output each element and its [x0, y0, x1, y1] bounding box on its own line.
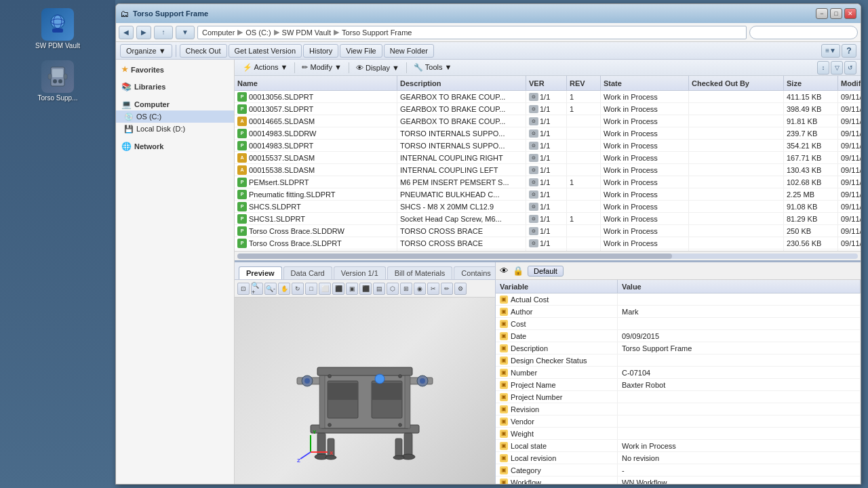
sidebar-network-header[interactable]: 🌐 Network	[116, 140, 234, 152]
minimize-button[interactable]: −	[816, 8, 828, 19]
data-row[interactable]: ▣ Weight	[496, 428, 861, 440]
search-input[interactable]	[749, 26, 858, 39]
prev-btn-10[interactable]: ▤	[373, 283, 385, 295]
display-button[interactable]: 👁 Display ▼	[352, 62, 403, 74]
sort-icon[interactable]: ↕	[817, 61, 829, 75]
data-row[interactable]: ▣ Author Mark	[496, 306, 861, 318]
prev-btn-12[interactable]: ⊞	[400, 283, 412, 295]
refresh-icon[interactable]: ↺	[844, 61, 856, 75]
prev-btn-7[interactable]: ⬛	[332, 283, 344, 295]
view-options-button[interactable]: ≡▼	[821, 44, 840, 58]
prev-btn-16[interactable]: ⚙	[454, 283, 467, 295]
sidebar-item-local-d[interactable]: 💾 Local Disk (D:)	[116, 123, 234, 135]
val-cell[interactable]	[618, 428, 861, 439]
file-row[interactable]: A 00015538.SLDASM INTERNAL COUPLING LEFT…	[235, 164, 861, 176]
data-row[interactable]: ▣ Local state Work in Process	[496, 440, 861, 452]
val-cell[interactable]: Torso Support Frame	[618, 342, 861, 354]
data-row[interactable]: ▣ Description Torso Support Frame	[496, 342, 861, 354]
data-row[interactable]: ▣ Design Checker Status	[496, 354, 861, 367]
file-row[interactable]: P SHCS1.SLDPRT Socket Head Cap Screw, M6…	[235, 213, 861, 225]
address-path[interactable]: Computer ▶ OS (C:) ▶ SW PDM Vault ▶ Tors…	[197, 26, 747, 39]
check-out-button[interactable]: Check Out	[180, 44, 227, 58]
file-row[interactable]: P Torso Cross Brace.SLDDRW TORSO CROSS B…	[235, 225, 861, 237]
tab-version[interactable]: Version 1/1	[334, 266, 386, 279]
pan-button[interactable]: ✋	[278, 283, 290, 295]
data-row[interactable]: ▣ Category -	[496, 464, 861, 476]
prev-btn-14[interactable]: ✂	[427, 283, 439, 295]
prev-btn-11[interactable]: ⬡	[387, 283, 399, 295]
val-cell[interactable]: Work in Process	[618, 440, 861, 451]
val-cell[interactable]: Mark	[618, 306, 861, 317]
file-row[interactable]: P 00014983.SLDDRW TORSO INTERNALS SUPPO.…	[235, 127, 861, 140]
data-row[interactable]: ▣ Workflow WN Workflow	[496, 476, 861, 484]
data-row[interactable]: ▣ Vendor	[496, 415, 861, 428]
data-row[interactable]: ▣ Revision	[496, 403, 861, 415]
data-row[interactable]: ▣ Cost	[496, 318, 861, 330]
col-checked-out[interactable]: Checked Out By	[689, 76, 784, 90]
prev-btn-13[interactable]: ◉	[414, 283, 426, 295]
prev-btn-8[interactable]: ▣	[346, 283, 358, 295]
val-cell[interactable]: 09/09/2015	[618, 330, 861, 342]
data-row[interactable]: ▣ Local revision No revision	[496, 452, 861, 464]
view-file-button[interactable]: View File	[340, 44, 382, 58]
prev-btn-6[interactable]: ⬜	[319, 283, 331, 295]
val-cell[interactable]	[618, 318, 861, 329]
default-button[interactable]: Default	[528, 266, 564, 277]
new-folder-button[interactable]: New Folder	[384, 44, 434, 58]
file-row[interactable]: P Pneumatic fitting.SLDPRT PNEUMATIC BUL…	[235, 188, 861, 201]
col-rev[interactable]: REV	[567, 76, 601, 90]
val-cell[interactable]: WN Workflow	[618, 476, 861, 484]
tab-preview[interactable]: Preview	[239, 266, 282, 279]
zoom-in-button[interactable]: 🔍+	[251, 283, 263, 295]
val-cell[interactable]	[618, 354, 861, 366]
prev-btn-5[interactable]: □	[305, 283, 317, 295]
close-button[interactable]: ✕	[844, 8, 856, 19]
modify-button[interactable]: ✏ Modify ▼	[298, 62, 345, 74]
help-button[interactable]: ?	[842, 44, 856, 58]
back-button[interactable]: ◀	[119, 26, 134, 39]
file-row[interactable]: A 00014665.SLDASM GEARBOX TO BRAKE COUP.…	[235, 115, 861, 127]
sidebar-item-os-c[interactable]: 💿 OS (C:)	[116, 110, 234, 123]
data-row[interactable]: ▣ Date 09/09/2015	[496, 330, 861, 342]
up-button[interactable]: ↑	[154, 26, 173, 39]
tab-data-card[interactable]: Data Card	[283, 266, 332, 279]
taskbar-app-swpdm[interactable]: SW PDM Vault	[33, 5, 83, 52]
val-cell[interactable]: C-07104	[618, 367, 861, 378]
data-row[interactable]: ▣ Number C-07104	[496, 367, 861, 379]
history-button[interactable]: History	[303, 44, 338, 58]
forward-button[interactable]: ▶	[136, 26, 151, 39]
val-cell[interactable]	[618, 403, 861, 415]
val-cell[interactable]: Baxter Robot	[618, 379, 861, 390]
tab-contains[interactable]: Contains	[454, 266, 496, 279]
zoom-fit-button[interactable]: ⊡	[237, 283, 250, 295]
file-row[interactable]: P SHCS.SLDPRT SHCS - M8 X 20MM CL12.9 ⊙ …	[235, 201, 861, 213]
filter-icon[interactable]: ▽	[831, 61, 843, 75]
val-cell[interactable]: -	[618, 464, 861, 476]
col-description[interactable]: Description	[397, 76, 526, 90]
zoom-out-button[interactable]: 🔍-	[264, 283, 277, 295]
prev-btn-9[interactable]: ⬛	[359, 283, 372, 295]
data-row[interactable]: ▣ Actual Cost	[496, 293, 861, 306]
recent-button[interactable]: ▼	[176, 26, 195, 39]
get-latest-button[interactable]: Get Latest Version	[229, 44, 302, 58]
rotate-button[interactable]: ↻	[292, 283, 304, 295]
file-row[interactable]: A 00015537.SLDASM INTERNAL COUPLING RIGH…	[235, 152, 861, 164]
data-row[interactable]: ▣ Project Name Baxter Robot	[496, 379, 861, 391]
maximize-button[interactable]: □	[830, 8, 842, 19]
val-cell[interactable]	[618, 293, 861, 305]
col-state[interactable]: State	[601, 76, 689, 90]
sidebar-libraries-header[interactable]: 📚 Libraries	[116, 81, 234, 93]
data-row[interactable]: ▣ Project Number	[496, 391, 861, 403]
val-cell[interactable]: No revision	[618, 452, 861, 464]
prev-btn-15[interactable]: ✏	[441, 283, 453, 295]
tools-button[interactable]: 🔧 Tools ▼	[410, 62, 456, 74]
sidebar-computer-header[interactable]: 💻 Computer	[116, 98, 234, 110]
col-name[interactable]: Name	[235, 76, 397, 90]
file-row[interactable]: P 00013057.SLDPRT GEARBOX TO BRAKE COUP.…	[235, 103, 861, 115]
val-cell[interactable]	[618, 391, 861, 403]
sidebar-favorites-header[interactable]: ★ Favorites	[116, 64, 234, 75]
file-row[interactable]: P Torso Cross Brace.SLDPRT TORSO CROSS B…	[235, 237, 861, 249]
scrollbar-area[interactable]	[235, 251, 861, 260]
tab-bom[interactable]: Bill of Materials	[387, 266, 453, 279]
col-size[interactable]: Size	[784, 76, 838, 90]
